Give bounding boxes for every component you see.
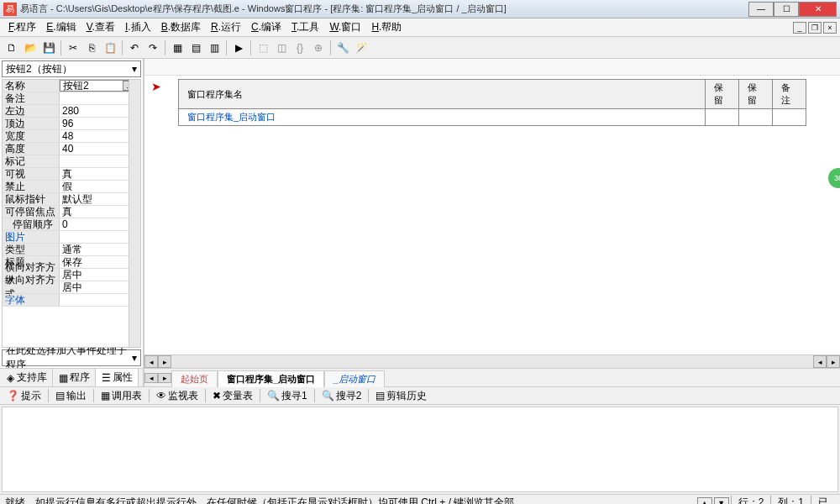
property-label: 宽度 — [3, 130, 60, 142]
cursor-arrow-icon: ➤ — [151, 80, 161, 93]
copy-button[interactable]: ⎘ — [83, 39, 100, 56]
property-label: 可视 — [3, 168, 60, 180]
menu-item[interactable]: V.查看 — [81, 18, 120, 36]
table-cell[interactable] — [706, 109, 739, 126]
cursor-col: 列：1 — [770, 496, 811, 504]
menu-item[interactable]: R.运行 — [206, 18, 246, 36]
mdi-close-button[interactable]: × — [823, 22, 837, 34]
event-selector[interactable]: 在此处选择加入事件处理子程序 ▾ — [2, 349, 141, 366]
table-cell[interactable] — [773, 109, 806, 126]
property-grid[interactable]: 名称按钮2…备注左边280顶边96宽度48高度40标记可视真禁止假鼠标指针默认型… — [2, 79, 141, 348]
status-mode: 已 — [811, 496, 835, 504]
bottom-tab[interactable]: ▦调用表 — [97, 387, 145, 405]
panel-tab[interactable]: ◈支持库 — [0, 369, 53, 386]
cut-button[interactable]: ✂ — [65, 39, 81, 56]
bottom-tab[interactable]: 👁监视表 — [153, 387, 202, 405]
tab-nav-left[interactable]: ◂ — [144, 373, 158, 383]
output-panel[interactable] — [2, 407, 838, 492]
menu-item[interactable]: C.编译 — [246, 18, 286, 36]
document-tab[interactable]: 起始页 — [171, 370, 218, 387]
bottom-tab[interactable]: 🔍搜寻2 — [318, 387, 365, 405]
document-tabs: ◂▸起始页窗口程序集_启动窗口_启动窗口 — [144, 368, 840, 386]
cursor-row: 行：2 — [731, 496, 771, 504]
toolbar-button[interactable]: 🔧 — [334, 39, 351, 56]
menu-item[interactable]: B.数据库 — [156, 18, 206, 36]
status-bar: 就绪。如提示行信息有多行或超出提示行外，在任何时候（包括正在显示对话框时）均可使… — [0, 494, 840, 504]
mdi-minimize-button[interactable]: _ — [793, 22, 806, 34]
run-button[interactable]: ▶ — [230, 39, 247, 56]
dropdown-arrow-icon: ▾ — [132, 352, 137, 364]
editor-empty-area[interactable] — [144, 129, 840, 354]
property-label: 停留顺序 — [3, 218, 60, 230]
bottom-tab[interactable]: ✖变量表 — [209, 387, 256, 405]
table-row[interactable]: 窗口程序集_启动窗口 — [179, 109, 806, 126]
toolbar-button[interactable]: ▤ — [187, 39, 204, 56]
panel-tab[interactable]: ▦程序 — [53, 369, 96, 386]
maximize-button[interactable]: ☐ — [774, 2, 799, 17]
tab-icon: ▤ — [375, 390, 385, 402]
scroll-left-button[interactable]: ◂ — [144, 355, 158, 368]
scroll-left-button[interactable]: ◂ — [813, 355, 827, 368]
tab-icon: ▦ — [58, 373, 68, 383]
paste-button[interactable]: 📋 — [102, 39, 118, 56]
toolbar-button[interactable]: ⬚ — [255, 39, 271, 56]
bottom-tab[interactable]: ▤剪辑历史 — [372, 387, 430, 405]
toolbar-button[interactable]: ◫ — [273, 39, 290, 56]
undo-button[interactable]: ↶ — [126, 39, 143, 56]
property-label: 左边 — [3, 105, 60, 117]
toolbar-separator — [60, 40, 61, 55]
property-label: 鼠标指针 — [3, 193, 60, 205]
object-selector[interactable]: 按钮2（按钮） ▾ — [2, 60, 141, 77]
scroll-right-button[interactable]: ▸ — [158, 355, 171, 368]
toolbar-button[interactable]: 🪄 — [353, 39, 370, 56]
document-tab[interactable]: 窗口程序集_启动窗口 — [218, 370, 324, 387]
main-area: 按钮2（按钮） ▾ 名称按钮2…备注左边280顶边96宽度48高度40标记可视真… — [0, 59, 840, 386]
menu-item[interactable]: F.程序 — [3, 18, 41, 36]
toolbar-button[interactable]: ▥ — [206, 39, 223, 56]
property-row[interactable]: 字体 — [3, 294, 140, 307]
horizontal-scrollbar[interactable]: ◂ ▸ ◂ ▸ — [144, 354, 840, 368]
table-cell[interactable] — [739, 109, 773, 126]
menu-item[interactable]: H.帮助 — [366, 18, 407, 36]
property-label: 高度 — [3, 143, 60, 155]
property-label: 类型 — [3, 244, 60, 255]
tab-nav-right[interactable]: ▸ — [158, 373, 171, 383]
scroll-right-button[interactable]: ▸ — [827, 355, 840, 368]
scroll-track[interactable] — [171, 355, 813, 368]
code-editor-panel: ➤ 窗口程序集名保 留保 留备 注 窗口程序集_启动窗口 ◂ ▸ ◂ ▸ ◂▸起… — [144, 59, 840, 386]
bottom-tab[interactable]: 🔍搜寻1 — [264, 387, 311, 405]
program-set-table[interactable]: 窗口程序集名保 留保 留备 注 窗口程序集_启动窗口 — [178, 79, 806, 126]
toolbar-button[interactable]: ⊕ — [310, 39, 327, 56]
property-label: 备注 — [3, 92, 60, 104]
menu-item[interactable]: E.编辑 — [41, 18, 81, 36]
menu-item[interactable]: W.窗口 — [324, 18, 366, 36]
program-set-name[interactable]: 窗口程序集_启动窗口 — [179, 109, 706, 126]
menu-item[interactable]: I.插入 — [120, 18, 156, 36]
save-button[interactable]: 💾 — [40, 39, 57, 56]
close-button[interactable]: ✕ — [799, 2, 837, 17]
property-scrollbar[interactable] — [129, 80, 140, 347]
menu-bar: F.程序E.编辑V.查看I.插入B.数据库R.运行C.编译T.工具W.窗口H.帮… — [0, 18, 840, 37]
tab-icon: ❓ — [7, 390, 19, 402]
tab-icon: ✖ — [213, 390, 221, 402]
tab-icon: ▤ — [55, 390, 65, 402]
document-tab[interactable]: _启动窗口 — [324, 370, 385, 387]
app-icon: 易 — [3, 3, 17, 16]
open-button[interactable]: 📂 — [22, 39, 39, 56]
tab-icon: 🔍 — [267, 390, 280, 402]
bottom-tab[interactable]: ❓提示 — [3, 387, 45, 405]
table-header: 窗口程序集名 — [179, 80, 706, 109]
toolbar-button[interactable]: {} — [291, 39, 308, 56]
toolbar-button[interactable]: ▦ — [169, 39, 186, 56]
redo-button[interactable]: ↷ — [144, 39, 161, 56]
window-title: 易语言 - C:\Users\Gis\Desktop\e程序\保存程序\截图.e… — [20, 3, 748, 15]
mdi-restore-button[interactable]: ❐ — [808, 22, 822, 34]
panel-tab[interactable]: ☰属性 — [96, 369, 139, 386]
menu-item[interactable]: T.工具 — [286, 18, 324, 36]
new-button[interactable]: 🗋 — [3, 39, 20, 56]
status-button[interactable]: ▲ — [697, 497, 712, 505]
minimize-button[interactable]: — — [748, 2, 774, 17]
status-button[interactable]: ▼ — [714, 497, 729, 505]
bottom-tab[interactable]: ▤输出 — [52, 387, 90, 405]
tab-icon: 🔍 — [322, 390, 334, 402]
